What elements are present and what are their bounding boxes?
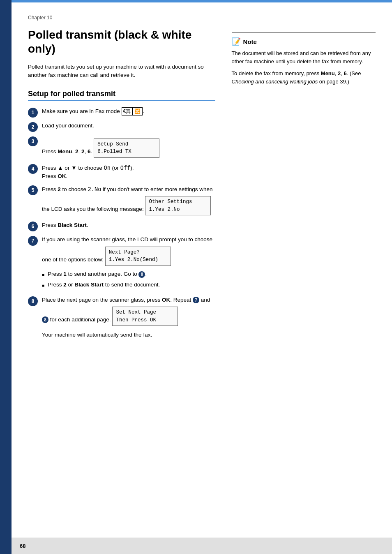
step-6: 6 Press Black Start. <box>28 221 215 231</box>
step-number-2: 2 <box>28 122 38 132</box>
step-8-final: Your machine will automatically send the… <box>42 331 215 339</box>
chapter-label: Chapter 10 <box>28 15 376 21</box>
circle-ref-8b: 8 <box>42 316 48 323</box>
step-number-7: 7 <box>28 236 38 246</box>
step-content-5: Press 2 to choose 2.No if you don't want… <box>42 185 215 217</box>
sub-step-7-1: ■ Press 1 to send another page. Go to 8. <box>42 270 215 278</box>
bullet-7-1: ■ <box>42 272 44 278</box>
step-number-1: 1 <box>28 108 38 118</box>
step-content-2: Load your document. <box>42 122 215 130</box>
page-number: 68 <box>20 543 25 549</box>
fax-mode-icon: €真 <box>122 107 133 115</box>
note-paragraph-1: The document will be stored and can be r… <box>232 49 376 65</box>
step-2: 2 Load your document. <box>28 122 215 132</box>
step-8: 8 Place the next page on the scanner gla… <box>28 296 215 339</box>
note-box: 📝 Note The document will be stored and c… <box>232 32 376 85</box>
step-number-4: 4 <box>28 164 38 174</box>
step-content-7: If you are using the scanner glass, the … <box>42 235 215 291</box>
step-number-8: 8 <box>28 296 38 306</box>
step-4: 4 Press ▲ or ▼ to choose On (or Off).Pre… <box>28 164 215 181</box>
step-3: 3 Press Menu, 2, 2, 6. Setup Send6.Polle… <box>28 136 215 160</box>
main-content: Chapter 10 Polled transmit (black & whit… <box>12 2 392 538</box>
steps-list: 1 Make sure you are in Fax mode €真🔀. 2 L… <box>28 107 215 339</box>
right-column: 📝 Note The document will be stored and c… <box>232 28 376 525</box>
note-label: Note <box>243 38 257 45</box>
lcd-display-7: Next Page?1.Yes 2.No(Send) <box>105 247 171 266</box>
circle-ref-8: 8 <box>138 271 145 278</box>
lcd-display-3: Setup Send6.Polled TX <box>94 138 159 158</box>
step-number-6: 6 <box>28 222 38 231</box>
note-header: 📝 Note <box>232 37 376 46</box>
note-icon: 📝 <box>232 37 241 46</box>
step-content-1: Make sure you are in Fax mode €真🔀. <box>42 107 215 115</box>
lcd-display-8: Set Next PageThen Press OK <box>112 307 178 326</box>
step-7: 7 If you are using the scanner glass, th… <box>28 235 215 291</box>
left-column: Polled transmit (black & white only) Pol… <box>28 28 215 525</box>
sub-step-text-7-1: Press 1 to send another page. Go to 8. <box>48 270 147 278</box>
sub-steps-7: ■ Press 1 to send another page. Go to 8.… <box>42 270 215 289</box>
two-column-layout: Polled transmit (black & white only) Pol… <box>28 28 376 525</box>
step-number-3: 3 <box>28 136 38 146</box>
section-heading: Setup for polled transmit <box>28 90 215 101</box>
sub-step-text-7-2: Press 2 or Black Start to send the docum… <box>48 281 160 289</box>
bullet-7-2: ■ <box>42 282 44 289</box>
note-paragraph-2: To delete the fax from memory, press Men… <box>232 69 376 85</box>
sub-step-7-2: ■ Press 2 or Black Start to send the doc… <box>42 281 215 289</box>
step-number-5: 5 <box>28 185 38 195</box>
intro-text: Polled transmit lets you set up your mac… <box>28 63 215 80</box>
step-content-6: Press Black Start. <box>42 221 215 229</box>
step-content-8: Place the next page on the scanner glass… <box>42 296 215 339</box>
lcd-display-5: Other Settings1.Yes 2.No <box>145 196 211 216</box>
step-content-3: Press Menu, 2, 2, 6. Setup Send6.Polled … <box>42 136 215 160</box>
step-5: 5 Press 2 to choose 2.No if you don't wa… <box>28 185 215 217</box>
page-title: Polled transmit (black & white only) <box>28 28 215 55</box>
sidebar-strip <box>0 0 12 554</box>
step-content-4: Press ▲ or ▼ to choose On (or Off).Press… <box>42 164 215 181</box>
circle-ref-7: 7 <box>193 297 199 303</box>
step-1: 1 Make sure you are in Fax mode €真🔀. <box>28 107 215 118</box>
fax-icon-box: 🔀 <box>132 107 143 115</box>
bottom-bar: 68 <box>12 538 392 554</box>
